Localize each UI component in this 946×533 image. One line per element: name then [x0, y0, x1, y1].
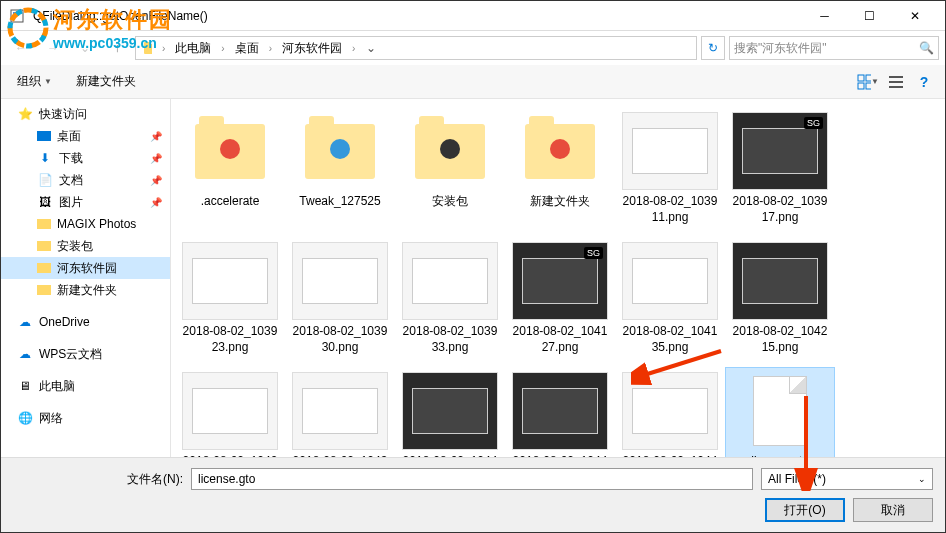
file-item[interactable]: 新建文件夹	[505, 107, 615, 237]
file-name: 2018-08-02_104135.png	[620, 324, 720, 355]
file-item[interactable]: 2018-08-02_103933.png	[395, 237, 505, 367]
picture-icon: 🖼	[37, 194, 53, 210]
chevron-icon: ›	[348, 43, 359, 54]
svg-rect-8	[858, 83, 864, 89]
svg-rect-12	[889, 86, 903, 88]
sidebar-network[interactable]: 🌐网络	[1, 407, 170, 429]
file-item[interactable]: 2018-08-02_103923.png	[175, 237, 285, 367]
close-button[interactable]: ✕	[892, 1, 937, 30]
file-item[interactable]: Tweak_127525	[285, 107, 395, 237]
pin-icon: 📌	[150, 175, 162, 186]
view-icons-button[interactable]: ▼	[857, 71, 879, 93]
chevron-icon: ›	[158, 43, 169, 54]
organize-menu[interactable]: 组织▼	[11, 70, 58, 93]
file-item[interactable]: 2018-08-02_103930.png	[285, 237, 395, 367]
pin-icon: 📌	[150, 131, 162, 142]
help-button[interactable]: ?	[913, 71, 935, 93]
sidebar: ⭐快速访问 桌面📌 ⬇下载📌 📄文档📌 🖼图片📌 MAGIX Photos 安装…	[1, 99, 171, 479]
filename-input[interactable]	[191, 468, 753, 490]
file-name: 2018-08-02_103930.png	[290, 324, 390, 355]
breadcrumb-item[interactable]: 河东软件园	[278, 40, 346, 57]
recent-dropdown[interactable]: ⌄	[71, 34, 99, 62]
sidebar-item-documents[interactable]: 📄文档📌	[1, 169, 170, 191]
sidebar-wps[interactable]: ☁WPS云文档	[1, 343, 170, 365]
svg-rect-11	[889, 81, 903, 83]
sidebar-quick-access[interactable]: ⭐快速访问	[1, 103, 170, 125]
pin-icon: 📌	[150, 197, 162, 208]
sidebar-item-magix[interactable]: MAGIX Photos	[1, 213, 170, 235]
file-name: 新建文件夹	[530, 194, 590, 210]
cloud-icon: ☁	[17, 346, 33, 362]
refresh-button[interactable]: ↻	[701, 36, 725, 60]
breadcrumb-item[interactable]: 此电脑	[171, 40, 215, 57]
window-title: QFileDialog::getOpenFileName()	[33, 9, 802, 23]
computer-icon: 🖥	[17, 378, 33, 394]
svg-rect-6	[858, 75, 864, 81]
breadcrumb-dropdown[interactable]: ⌄	[361, 41, 381, 55]
view-details-button[interactable]	[885, 71, 907, 93]
file-name: 安装包	[432, 194, 468, 210]
sidebar-item-newfolder[interactable]: 新建文件夹	[1, 279, 170, 301]
file-grid[interactable]: .accelerateTweak_127525安装包新建文件夹2018-08-0…	[171, 99, 945, 479]
navbar: ← → ⌄ ↑ › 此电脑 › 桌面 › 河东软件园 › ⌄ ↻ 搜索"河东软件…	[1, 31, 945, 65]
titlebar: QFileDialog::getOpenFileName() ─ ☐ ✕	[1, 1, 945, 31]
file-name: .accelerate	[201, 194, 260, 210]
folder-icon	[37, 263, 51, 273]
sidebar-onedrive[interactable]: ☁OneDrive	[1, 311, 170, 333]
file-name: 2018-08-02_103917.png	[730, 194, 830, 225]
network-icon: 🌐	[17, 410, 33, 426]
file-item[interactable]: 2018-08-02_104215.png	[725, 237, 835, 367]
app-icon	[9, 8, 25, 24]
file-item[interactable]: 2018-08-02_103911.png	[615, 107, 725, 237]
document-icon: 📄	[37, 172, 53, 188]
star-icon: ⭐	[17, 106, 33, 122]
pin-icon: 📌	[150, 153, 162, 164]
file-name: 2018-08-02_103911.png	[620, 194, 720, 225]
chevron-icon: ›	[217, 43, 228, 54]
up-button[interactable]: ↑	[103, 34, 131, 62]
folder-icon	[37, 285, 51, 295]
file-item[interactable]: .accelerate	[175, 107, 285, 237]
cloud-icon: ☁	[17, 314, 33, 330]
file-item[interactable]: 安装包	[395, 107, 505, 237]
folder-icon	[37, 219, 51, 229]
desktop-icon	[37, 131, 51, 141]
file-name: 2018-08-02_103923.png	[180, 324, 280, 355]
file-item[interactable]: SG2018-08-02_104127.png	[505, 237, 615, 367]
file-name: 2018-08-02_104215.png	[730, 324, 830, 355]
footer: 文件名(N): All Files (*)⌄ 打开(O) 取消	[1, 457, 945, 532]
chevron-icon: ›	[265, 43, 276, 54]
svg-rect-10	[889, 76, 903, 78]
file-name: 2018-08-02_104127.png	[510, 324, 610, 355]
search-placeholder: 搜索"河东软件园"	[734, 40, 827, 57]
filename-label: 文件名(N):	[13, 471, 183, 488]
file-item[interactable]: 2018-08-02_104135.png	[615, 237, 725, 367]
file-item[interactable]: SG2018-08-02_103917.png	[725, 107, 835, 237]
filter-select[interactable]: All Files (*)⌄	[761, 468, 933, 490]
folder-icon	[140, 40, 156, 56]
sidebar-thispc[interactable]: 🖥此电脑	[1, 375, 170, 397]
sidebar-item-desktop[interactable]: 桌面📌	[1, 125, 170, 147]
maximize-button[interactable]: ☐	[847, 1, 892, 30]
svg-rect-4	[144, 44, 152, 54]
forward-button[interactable]: →	[39, 34, 67, 62]
sidebar-item-install[interactable]: 安装包	[1, 235, 170, 257]
search-icon: 🔍	[919, 41, 934, 55]
search-input[interactable]: 搜索"河东软件园" 🔍	[729, 36, 939, 60]
minimize-button[interactable]: ─	[802, 1, 847, 30]
breadcrumb-item[interactable]: 桌面	[231, 40, 263, 57]
svg-rect-5	[144, 42, 150, 45]
open-button[interactable]: 打开(O)	[765, 498, 845, 522]
folder-icon	[37, 241, 51, 251]
sidebar-item-downloads[interactable]: ⬇下载📌	[1, 147, 170, 169]
svg-rect-3	[13, 12, 17, 16]
file-name: 2018-08-02_103933.png	[400, 324, 500, 355]
newfolder-button[interactable]: 新建文件夹	[70, 70, 142, 93]
back-button[interactable]: ←	[7, 34, 35, 62]
breadcrumb[interactable]: › 此电脑 › 桌面 › 河东软件园 › ⌄	[135, 36, 697, 60]
sidebar-item-hedong[interactable]: 河东软件园	[1, 257, 170, 279]
file-name: Tweak_127525	[299, 194, 380, 210]
cancel-button[interactable]: 取消	[853, 498, 933, 522]
sidebar-item-pictures[interactable]: 🖼图片📌	[1, 191, 170, 213]
toolbar: 组织▼ 新建文件夹 ▼ ?	[1, 65, 945, 99]
